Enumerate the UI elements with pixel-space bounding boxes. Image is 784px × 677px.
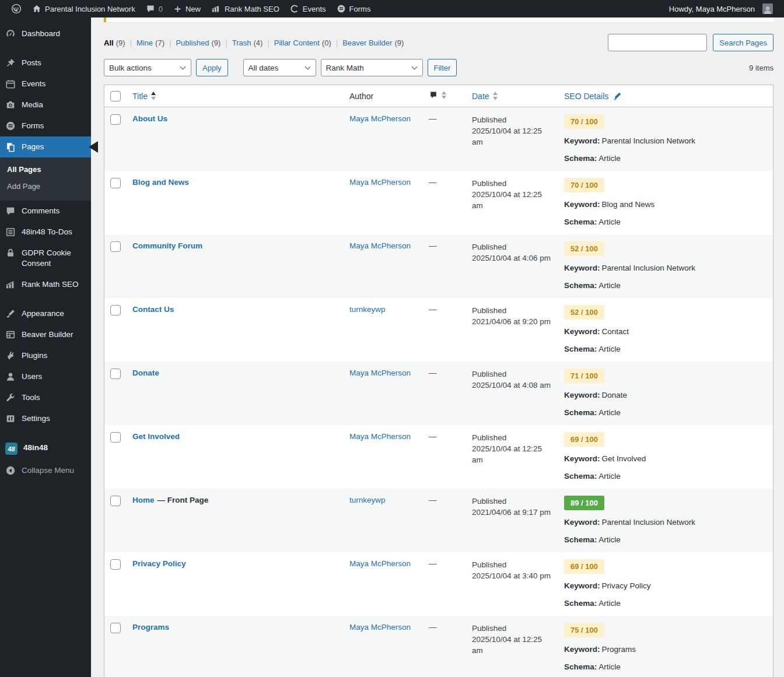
status: Published xyxy=(472,369,552,380)
author-link[interactable]: turnkeywp xyxy=(349,496,386,504)
view-all[interactable]: All(9) xyxy=(104,38,125,47)
site-menu-item[interactable]: Parental Inclusion Network xyxy=(27,0,141,17)
status: Published xyxy=(472,623,552,634)
view-published[interactable]: Published(9) xyxy=(164,38,220,47)
sidebar-item-comments[interactable]: Comments xyxy=(0,201,91,222)
new-label: New xyxy=(186,5,201,13)
view-pillar-content[interactable]: Pillar Content(0) xyxy=(262,38,331,47)
comments-menu-item[interactable]: 0 xyxy=(141,0,168,17)
author-link[interactable]: Maya McPherson xyxy=(349,432,411,441)
sidebar-item-gdpr[interactable]: GDPR Cookie Consent xyxy=(0,243,91,274)
status: Published xyxy=(472,559,552,570)
bulk-actions-select[interactable]: Bulk actions xyxy=(104,59,191,76)
page-title-link[interactable]: About Us xyxy=(132,114,167,123)
page-title-link[interactable]: Community Forum xyxy=(132,241,202,250)
row-checkbox[interactable] xyxy=(110,559,121,570)
keyword-label: Keyword: xyxy=(564,518,600,527)
sidebar-item-plugins[interactable]: Plugins xyxy=(0,345,91,366)
sidebar-item-48in48[interactable]: 48 48in48 xyxy=(0,437,91,460)
row-checkbox[interactable] xyxy=(110,241,121,252)
view-beaver-builder[interactable]: Beaver Builder(9) xyxy=(331,38,404,47)
column-seo-details[interactable]: SEO Details xyxy=(564,91,622,101)
sidebar-item-todos[interactable]: 48in48 To-Dos xyxy=(0,222,91,243)
rank-math-menu-item[interactable]: Rank Math SEO xyxy=(206,0,285,17)
schema-label: Schema: xyxy=(564,154,597,163)
column-date-sort[interactable]: Date xyxy=(472,92,498,101)
sidebar-item-all-pages[interactable]: All Pages xyxy=(0,161,91,178)
sidebar-item-rank-math[interactable]: Rank Math SEO xyxy=(0,274,91,295)
row-checkbox[interactable] xyxy=(110,178,121,188)
column-title-sort[interactable]: Title xyxy=(132,92,156,101)
dates-filter-select[interactable]: All dates xyxy=(243,59,316,76)
sidebar-label: Settings xyxy=(22,413,50,424)
sidebar-item-tools[interactable]: Tools xyxy=(0,387,91,408)
sidebar-label: Dashboard xyxy=(22,29,60,39)
author-link[interactable]: Maya McPherson xyxy=(349,559,411,568)
view-link[interactable]: Trash xyxy=(232,38,251,47)
new-menu-item[interactable]: New xyxy=(168,0,206,17)
sidebar-label: Collapse Menu xyxy=(22,465,74,476)
sidebar-label: Media xyxy=(22,100,43,110)
view-mine[interactable]: Mine(7) xyxy=(125,38,164,47)
comment-bubble-icon xyxy=(429,90,438,100)
table-row: Privacy Policy Maya McPherson — Publishe… xyxy=(104,552,774,616)
row-checkbox[interactable] xyxy=(110,623,121,633)
page-title-link[interactable]: Home xyxy=(132,496,155,504)
dashboard-icon xyxy=(5,29,16,39)
sidebar-item-users[interactable]: Users xyxy=(0,366,91,387)
author-link[interactable]: Maya McPherson xyxy=(349,369,411,377)
site-name: Parental Inclusion Network xyxy=(45,5,135,13)
view-trash[interactable]: Trash(4) xyxy=(220,38,262,47)
sidebar-item-settings[interactable]: Settings xyxy=(0,408,91,429)
page-title-link[interactable]: Privacy Policy xyxy=(132,559,186,568)
sidebar-item-dashboard[interactable]: Dashboard xyxy=(0,23,91,44)
sidebar-item-posts[interactable]: Posts xyxy=(0,52,91,73)
author-link[interactable]: Maya McPherson xyxy=(349,623,411,632)
sidebar-item-collapse-menu[interactable]: Collapse Menu xyxy=(0,460,91,481)
sidebar-item-media[interactable]: Media xyxy=(0,94,91,115)
sidebar-item-events[interactable]: Events xyxy=(0,73,91,94)
row-checkbox[interactable] xyxy=(110,369,121,379)
select-all-checkbox[interactable] xyxy=(110,91,121,101)
row-checkbox[interactable] xyxy=(110,114,121,125)
apply-button[interactable]: Apply xyxy=(196,59,228,76)
rank-math-seo-icon xyxy=(5,279,16,290)
view-link[interactable]: All xyxy=(104,38,114,47)
view-link[interactable]: Pillar Content xyxy=(274,38,320,47)
view-link[interactable]: Published xyxy=(176,38,209,47)
table-row: Blog and News Maya McPherson — Published… xyxy=(104,171,774,234)
view-link[interactable]: Mine xyxy=(136,38,153,47)
forms-menu-item[interactable]: Forms xyxy=(331,0,376,17)
search-pages-button[interactable]: Search Pages xyxy=(713,34,774,51)
schema-value: Article xyxy=(598,472,621,480)
sidebar-item-add-page[interactable]: Add Page xyxy=(0,178,91,195)
account-menu-item[interactable]: Howdy, Maya McPherson xyxy=(664,0,778,17)
sidebar-item-beaver-builder[interactable]: Beaver Builder xyxy=(0,324,91,345)
row-checkbox[interactable] xyxy=(110,305,121,315)
page-title-link[interactable]: Programs xyxy=(132,623,169,632)
row-checkbox[interactable] xyxy=(110,432,121,443)
events-menu-item[interactable]: Events xyxy=(285,0,331,17)
page-title-link[interactable]: Contact Us xyxy=(132,305,174,314)
schema-value: Article xyxy=(598,154,621,163)
row-checkbox[interactable] xyxy=(110,496,121,506)
author-link[interactable]: Maya McPherson xyxy=(349,178,411,187)
page-title-link[interactable]: Donate xyxy=(132,369,159,377)
author-link[interactable]: turnkeywp xyxy=(349,305,386,314)
rank-math-filter-select[interactable]: Rank Math xyxy=(321,59,423,76)
keyword-value: Privacy Policy xyxy=(602,581,651,590)
sidebar-label: Appearance xyxy=(22,308,64,319)
author-link[interactable]: Maya McPherson xyxy=(349,114,411,123)
sidebar-item-forms[interactable]: Forms xyxy=(0,115,91,136)
view-link[interactable]: Beaver Builder xyxy=(342,38,392,47)
page-title-link[interactable]: Get Involved xyxy=(132,432,180,441)
sidebar-item-pages[interactable]: Pages xyxy=(0,136,91,157)
column-comments-sort[interactable] xyxy=(429,90,446,100)
author-link[interactable]: Maya McPherson xyxy=(349,241,411,250)
wordpress-logo-icon[interactable] xyxy=(6,0,27,17)
search-input[interactable] xyxy=(608,34,707,51)
filter-button[interactable]: Filter xyxy=(428,59,457,76)
page-title-link[interactable]: Blog and News xyxy=(132,178,189,187)
table-row: Home— Front Page turnkeywp — Published20… xyxy=(104,489,774,552)
sidebar-item-appearance[interactable]: Appearance xyxy=(0,303,91,324)
